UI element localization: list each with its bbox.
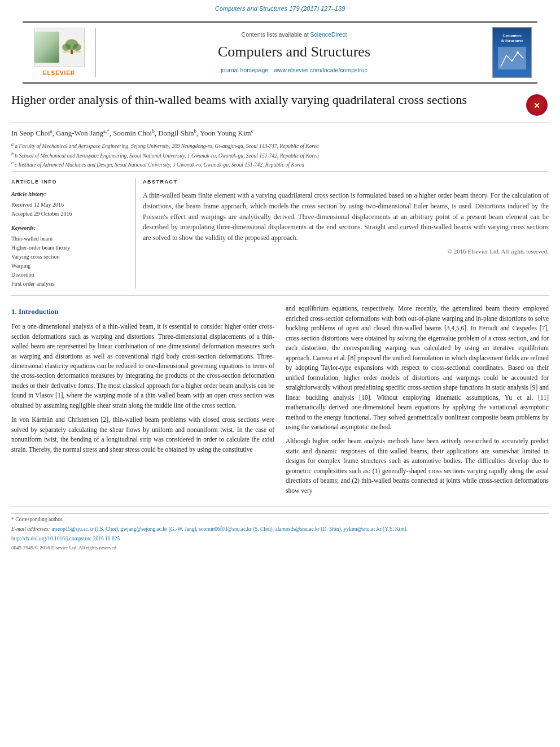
elsevier-logo-image <box>34 28 85 67</box>
email-addresses: E-mail addresses: inseop15@sju.ac.kr (I.… <box>11 526 549 534</box>
journal-title-display: Computers and Structures <box>102 41 487 63</box>
abstract-text: A thin-walled beam finite element with a… <box>143 190 549 243</box>
email-list: inseop15@sju.ac.kr (I.S. Choi), gwjang@s… <box>51 526 408 532</box>
body-right-col: and equilibrium equations, respectively.… <box>286 304 549 500</box>
article-info-column: ARTICLE INFO Article history: Received 1… <box>11 178 124 289</box>
accepted-date: Accepted 29 October 2016 <box>11 210 124 219</box>
history-label: Article history: <box>11 190 124 199</box>
journal-homepage-line: journal homepage: www.elsevier.com/locat… <box>102 66 487 75</box>
svg-text:✕: ✕ <box>533 101 540 110</box>
svg-point-7 <box>517 51 519 54</box>
sciencedirect-link[interactable]: ScienceDirect <box>310 31 347 38</box>
svg-point-2 <box>62 44 71 51</box>
affiliation-c: c c Institute of Advanced Machines and D… <box>11 160 549 169</box>
corresponding-note: * Corresponding author. <box>11 516 549 524</box>
keyword-first-order: First order analysis <box>11 279 124 289</box>
authors-section: In Seop Choia, Gang-Won Janga,*, Soomin … <box>11 123 549 171</box>
copyright-line: © 2016 Elsevier Ltd. All rights reserved… <box>143 247 549 256</box>
svg-rect-5 <box>63 52 80 53</box>
affiliations-block: a a Faculty of Mechanical and Aerospace … <box>11 141 549 169</box>
keywords-label: Keywords: <box>11 224 124 233</box>
affiliation-a: a a Faculty of Mechanical and Aerospace … <box>11 141 549 150</box>
journal-cover-image: Computers & Structures <box>492 27 532 78</box>
journal-top-bar: Computers and Structures 179 (2017) 127–… <box>0 0 560 16</box>
keyword-varying-cross: Varying cross section <box>11 252 124 261</box>
keyword-higher-order: Higher-order beam theory <box>11 243 124 252</box>
doi-link[interactable]: http://dx.doi.org/10.1016/j.compstruc.20… <box>11 535 549 543</box>
issn-line: 0045-7949/© 2016 Elsevier Ltd. All right… <box>11 544 549 552</box>
article-title-section: Higher order analysis of thin-walled bea… <box>11 84 549 123</box>
intro-paragraph1: For a one-dimensional analysis of a thin… <box>11 322 274 410</box>
keyword-distortion: Distortion <box>11 270 124 279</box>
journal-citation: Computers and Structures 179 (2017) 127–… <box>215 5 345 12</box>
body-two-col: 1. Introduction For a one-dimensional an… <box>11 304 549 500</box>
article-title: Higher order analysis of thin-walled bea… <box>11 91 526 108</box>
cover-image-placeholder <box>498 47 526 69</box>
cover-title-text: Computers & Structures <box>501 33 523 43</box>
homepage-url[interactable]: www.elsevier.com/locate/compstruc <box>274 67 368 73</box>
journal-header: ELSEVIER Contents lists available at Sci… <box>23 21 537 84</box>
info-abstract-section: ARTICLE INFO Article history: Received 1… <box>11 171 549 295</box>
authors-line: In Seop Choia, Gang-Won Janga,*, Soomin … <box>11 128 549 139</box>
abstract-column: ABSTRACT A thin-walled beam finite eleme… <box>135 178 549 289</box>
crossmark-circle: ✕ <box>526 94 548 116</box>
article-info-header: ARTICLE INFO <box>11 178 124 186</box>
journal-center-info: Contents lists available at ScienceDirec… <box>96 30 492 75</box>
abstract-header: ABSTRACT <box>143 178 549 186</box>
keyword-thin-walled-beam: Thin-walled beam <box>11 234 124 243</box>
section1-title: 1. Introduction <box>11 306 274 317</box>
contents-available: Contents lists available at ScienceDirec… <box>102 30 487 39</box>
affiliation-b: b b School of Mechanical and Aerospace E… <box>11 151 549 160</box>
elsevier-wordmark: ELSEVIER <box>43 69 75 78</box>
elsevier-logo-block: ELSEVIER <box>28 28 96 78</box>
svg-rect-6 <box>498 47 526 69</box>
intro-paragraph3: and equilibrium equations, respectively.… <box>286 304 549 432</box>
intro-paragraph2: In von Kármán and Christensen [2], thin-… <box>11 415 274 455</box>
keyword-warping: Warping <box>11 261 124 270</box>
footer-section: * Corresponding author. E-mail addresses… <box>11 506 549 551</box>
body-left-col: 1. Introduction For a one-dimensional an… <box>11 304 274 500</box>
received-date: Received 12 May 2016 <box>11 201 124 209</box>
body-section: 1. Introduction For a one-dimensional an… <box>11 295 549 500</box>
crossmark-badge: ✕ <box>526 94 549 117</box>
svg-point-3 <box>72 44 81 51</box>
intro-paragraph4: Although higher order beam analysis meth… <box>286 436 549 496</box>
